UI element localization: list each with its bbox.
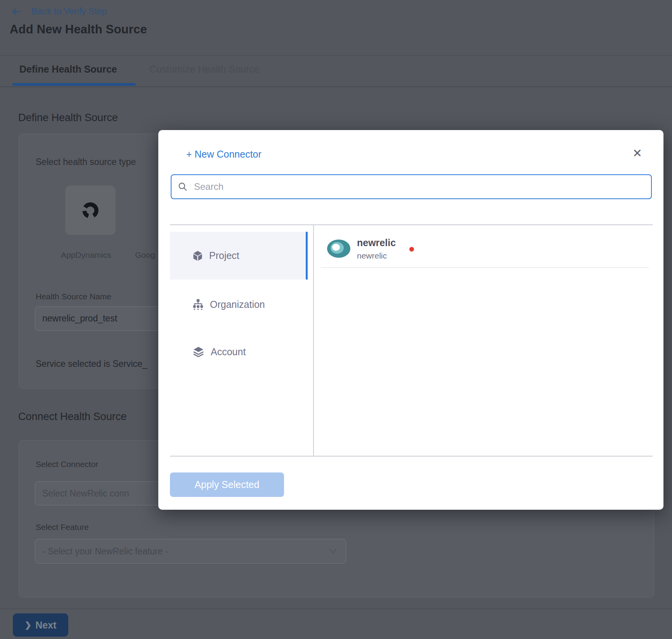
- active-tab-underline: [12, 83, 136, 86]
- scope-account-label: Account: [211, 346, 246, 358]
- connector-select-modal: + New Connector ✕ Project: [158, 130, 663, 510]
- tab-customize-health-source[interactable]: Customize Health Source: [149, 64, 259, 75]
- scope-tab-project[interactable]: Project: [170, 232, 308, 280]
- back-link[interactable]: Back to Verify Step: [10, 6, 107, 17]
- next-button[interactable]: ❯ Next: [13, 613, 68, 637]
- next-chevron-icon: ❯: [25, 620, 32, 630]
- next-button-label: Next: [35, 620, 56, 631]
- appdynamics-logo-icon: [78, 198, 102, 222]
- connector-result-id: newrelic: [357, 251, 387, 260]
- close-icon[interactable]: ✕: [631, 145, 644, 161]
- apply-selected-button[interactable]: Apply Selected: [170, 472, 284, 497]
- footer-bar: [0, 609, 672, 639]
- scope-content-divider: [313, 224, 314, 456]
- result-row-separator: [321, 267, 649, 268]
- select-type-label: Select health source type: [36, 157, 136, 167]
- page-title: Add New Health Source: [10, 23, 147, 36]
- scope-tab-account[interactable]: Account: [170, 339, 308, 364]
- tabbar-edge: [0, 86, 672, 87]
- google-label-cut: Goog: [135, 250, 155, 260]
- newrelic-logo-icon[interactable]: [327, 240, 350, 258]
- active-scope-bar: [306, 232, 308, 280]
- modal-top-separator: [170, 224, 653, 225]
- select-feature-dropdown[interactable]: - Select your NewRelic feature -: [35, 539, 346, 564]
- define-section-heading: Define Health Source: [18, 112, 118, 124]
- connector-search-box: [171, 174, 652, 199]
- back-link-label: Back to Verify Step: [31, 6, 107, 17]
- org-chart-icon: [192, 299, 204, 311]
- scope-organization-label: Organization: [210, 299, 265, 310]
- cube-icon: [192, 250, 203, 262]
- search-icon: [178, 182, 188, 192]
- header-divider: [0, 56, 672, 56]
- search-input[interactable]: [193, 181, 645, 193]
- select-connector-label: Select Connector: [36, 460, 98, 469]
- modal-bottom-separator: [170, 456, 653, 457]
- appdynamics-label: AppDynamics: [61, 250, 111, 260]
- screen: Back to Verify Step Add New Health Sourc…: [0, 0, 672, 639]
- connectivity-status-dot: [409, 247, 414, 252]
- appdynamics-tile[interactable]: [65, 186, 116, 235]
- tab-define-health-source[interactable]: Define Health Source: [19, 64, 117, 75]
- connect-section-heading: Connect Health Source: [18, 411, 126, 423]
- layers-icon: [192, 346, 205, 358]
- service-selected-note: Service selected is Service_: [36, 359, 147, 369]
- scope-tab-organization[interactable]: Organization: [170, 292, 308, 317]
- health-source-name-label: Health Source Name: [36, 292, 111, 301]
- scope-project-label: Project: [209, 250, 239, 261]
- new-connector-link[interactable]: + New Connector: [186, 149, 262, 160]
- select-feature-label: Select Feature: [36, 523, 89, 532]
- chevron-down-icon: [328, 547, 338, 556]
- connector-result-name[interactable]: newrelic: [357, 237, 396, 248]
- select-feature-placeholder: - Select your NewRelic feature -: [42, 546, 168, 557]
- back-arrow-icon: [10, 7, 22, 17]
